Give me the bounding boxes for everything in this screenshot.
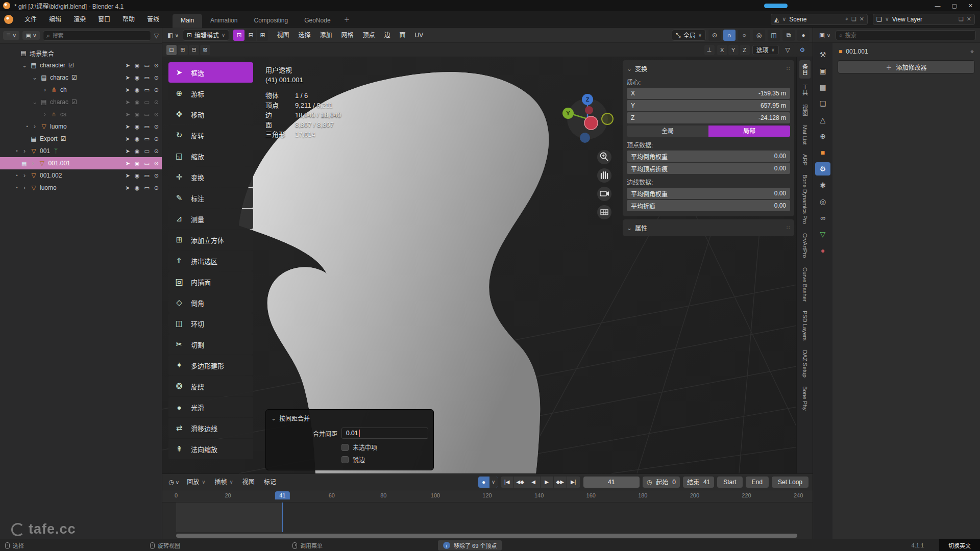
outliner-item-label[interactable]: character bbox=[40, 62, 65, 69]
outliner-row[interactable]: ▦ ▤ 场景集合 ᛉ ☑ ➤ ◉ ▭ ⊙ bbox=[0, 47, 162, 59]
properties-tab-icon[interactable]: ■ bbox=[815, 146, 830, 159]
operator-checkbox[interactable]: 未选中项 bbox=[341, 443, 428, 452]
tool-button[interactable]: ❂ 旋绕 bbox=[168, 376, 253, 396]
timeline-scrollbar[interactable] bbox=[162, 532, 813, 539]
gizmo-z-neg-axis[interactable] bbox=[580, 133, 590, 143]
editor-type-dropdown[interactable]: ◷ ∨ bbox=[166, 478, 181, 487]
outliner-item-label[interactable]: cs bbox=[60, 111, 66, 118]
properties-tab-icon[interactable]: ● bbox=[815, 244, 830, 257]
expand-chevron-icon[interactable]: › bbox=[21, 184, 28, 191]
language-toggle-button[interactable]: 切换英文 bbox=[939, 539, 980, 551]
viewport-menu-item[interactable]: 选择 bbox=[293, 29, 315, 41]
workspace-tab[interactable]: Compositing bbox=[246, 14, 296, 28]
selectable-arrow-icon[interactable]: ➤ bbox=[126, 185, 130, 191]
outliner-row[interactable]: ▦ › ▽ 001.001 ᛉ ☑ ➤ ◉ ▭ ⊙ bbox=[0, 157, 162, 169]
render-disable-icon[interactable]: ⊙ bbox=[154, 185, 159, 191]
select-mode-button[interactable]: ⊟ bbox=[245, 30, 256, 41]
camera-view-button[interactable] bbox=[597, 187, 611, 201]
selectable-arrow-icon[interactable]: ➤ bbox=[126, 123, 130, 130]
transport-button[interactable]: ▶| bbox=[567, 477, 580, 488]
n-panel-tab[interactable]: 条目 bbox=[799, 60, 811, 79]
outliner-item-label[interactable]: Export bbox=[40, 135, 58, 142]
render-disable-icon[interactable]: ⊙ bbox=[154, 123, 159, 130]
gizmo-x-neg-axis[interactable] bbox=[585, 106, 593, 114]
breadcrumb-object-name[interactable]: 001.001 bbox=[846, 48, 868, 55]
overlays-dropdown[interactable]: ◫ bbox=[768, 30, 780, 41]
outliner-search[interactable]: ⌕ bbox=[43, 31, 151, 41]
scrollbar-thumb[interactable] bbox=[176, 534, 797, 538]
render-disable-icon[interactable]: ⊙ bbox=[154, 99, 159, 106]
current-frame-marker[interactable]: 41 bbox=[275, 491, 289, 499]
new-layer-icon[interactable]: ❏ bbox=[959, 16, 964, 22]
collection-checkbox[interactable]: ☑ bbox=[71, 98, 77, 106]
collection-checkbox[interactable]: ☑ bbox=[71, 74, 77, 81]
expand-chevron-icon[interactable]: › bbox=[42, 86, 48, 93]
hide-eye-icon[interactable]: ◉ bbox=[135, 123, 140, 130]
tool-gear-icon[interactable]: ⚙ bbox=[796, 44, 808, 56]
tool-button[interactable]: ✛ 变换 bbox=[168, 167, 253, 187]
menu-item[interactable]: 窗口 bbox=[92, 13, 116, 26]
viewport-menu-item[interactable]: 顶点 bbox=[358, 29, 379, 41]
outliner-row[interactable]: • ▦ › ▽ 001.002 ᛉ ☑ ➤ ◉ ▭ ⊙ bbox=[0, 169, 162, 182]
tool-button[interactable]: ● 光滑 bbox=[168, 397, 253, 417]
gizmo-x-axis[interactable] bbox=[584, 116, 598, 130]
viewport-menu-item[interactable]: 添加 bbox=[315, 29, 336, 41]
hide-eye-icon[interactable]: ◉ bbox=[135, 148, 140, 155]
timeline-button[interactable]: Set Loop bbox=[772, 477, 808, 488]
viewport-menu-item[interactable]: 面 bbox=[395, 29, 410, 41]
tool-button[interactable]: ⇄ 滑移边线 bbox=[168, 418, 253, 438]
expand-chevron-icon[interactable]: ⌄ bbox=[32, 74, 38, 81]
n-panel-tab[interactable]: Bone Phy bbox=[800, 383, 810, 414]
render-disable-icon[interactable]: ⊙ bbox=[154, 87, 159, 93]
hide-eye-icon[interactable]: ◉ bbox=[135, 160, 140, 167]
axis-value-field[interactable]: Z -24.128 m bbox=[627, 112, 790, 123]
select-option-button[interactable]: ◻ bbox=[166, 45, 177, 55]
merge-distance-input[interactable]: 0.01 bbox=[341, 428, 428, 439]
collection-checkbox[interactable]: ☑ bbox=[68, 62, 74, 69]
collapse-chevron-icon[interactable]: ⌄ bbox=[271, 415, 276, 422]
timeline-keyframe-area[interactable] bbox=[162, 503, 813, 532]
status-report-message[interactable]: i 移除了 69 个顶点 bbox=[438, 540, 502, 550]
expand-chevron-icon[interactable]: › bbox=[32, 123, 38, 130]
tool-button[interactable]: ⊿ 测量 bbox=[168, 209, 253, 229]
render-disable-icon[interactable]: ⊙ bbox=[154, 62, 159, 69]
menu-item[interactable]: 帮助 bbox=[116, 13, 141, 26]
tool-button[interactable]: ◱ 缩放 bbox=[168, 146, 253, 166]
viewport-menu-item[interactable]: 网格 bbox=[336, 29, 358, 41]
outliner-row[interactable]: ▦ ⌄ ▤ charac ᛉ ☑ ➤ ◉ ▭ ⊙ bbox=[0, 71, 162, 84]
menu-item[interactable]: 管线 bbox=[141, 13, 165, 26]
timeline-menu-item[interactable]: 视图 ∨ bbox=[238, 476, 259, 488]
operator-checkbox[interactable]: 锐边 bbox=[341, 455, 428, 464]
properties-tab-icon[interactable]: ∞ bbox=[815, 211, 830, 224]
current-frame-field[interactable]: 41 bbox=[583, 477, 640, 488]
select-option-button[interactable]: ⊞ bbox=[178, 45, 188, 55]
outliner-row[interactable]: • ▦ › ▽ luomo ᛉ ☑ ➤ ◉ ▭ ⊙ bbox=[0, 182, 162, 194]
pin-icon[interactable]: ⌖ bbox=[845, 16, 848, 22]
viewport-disable-icon[interactable]: ▭ bbox=[144, 111, 149, 118]
properties-search[interactable]: ⌕ bbox=[836, 30, 976, 40]
outliner-item-label[interactable]: 场景集合 bbox=[30, 49, 54, 58]
tool-button[interactable]: ✦ 多边形建形 bbox=[168, 355, 253, 375]
viewport-disable-icon[interactable]: ▭ bbox=[144, 99, 149, 106]
viewport-disable-icon[interactable]: ▭ bbox=[144, 62, 149, 69]
viewport-disable-icon[interactable]: ▭ bbox=[144, 87, 149, 93]
selectable-arrow-icon[interactable]: ➤ bbox=[126, 160, 130, 167]
snap-target-dropdown[interactable]: ◎ bbox=[753, 30, 765, 41]
timeline-menu-item[interactable]: 插帧 ∨ bbox=[210, 476, 238, 488]
expand-chevron-icon[interactable]: ⌄ bbox=[21, 62, 28, 69]
expand-chevron-icon[interactable]: ⌄ bbox=[32, 98, 38, 106]
transport-button[interactable]: ◀◆ bbox=[514, 477, 527, 488]
n-panel-tab[interactable]: PSD Layers bbox=[800, 307, 810, 344]
workspace-tab[interactable]: Animation bbox=[202, 14, 246, 28]
editor-type-dropdown[interactable]: ◧ ∨ bbox=[165, 31, 181, 40]
delete-scene-icon[interactable]: ✕ bbox=[860, 16, 864, 22]
viewport-disable-icon[interactable]: ▭ bbox=[144, 185, 149, 191]
viewport-menu-item[interactable]: UV bbox=[410, 29, 428, 41]
global-button[interactable]: 全局 bbox=[627, 126, 708, 137]
properties-tab-icon[interactable]: ▽ bbox=[815, 228, 830, 241]
n-panel-tab[interactable]: CrvArtPro bbox=[800, 230, 810, 261]
transport-button[interactable]: ◆▶ bbox=[554, 477, 567, 488]
pivot-point-dropdown[interactable]: ⊙ bbox=[708, 30, 721, 41]
data-field[interactable]: 平均倒角权重 0.00 bbox=[627, 151, 790, 162]
hide-eye-icon[interactable]: ◉ bbox=[135, 62, 140, 69]
